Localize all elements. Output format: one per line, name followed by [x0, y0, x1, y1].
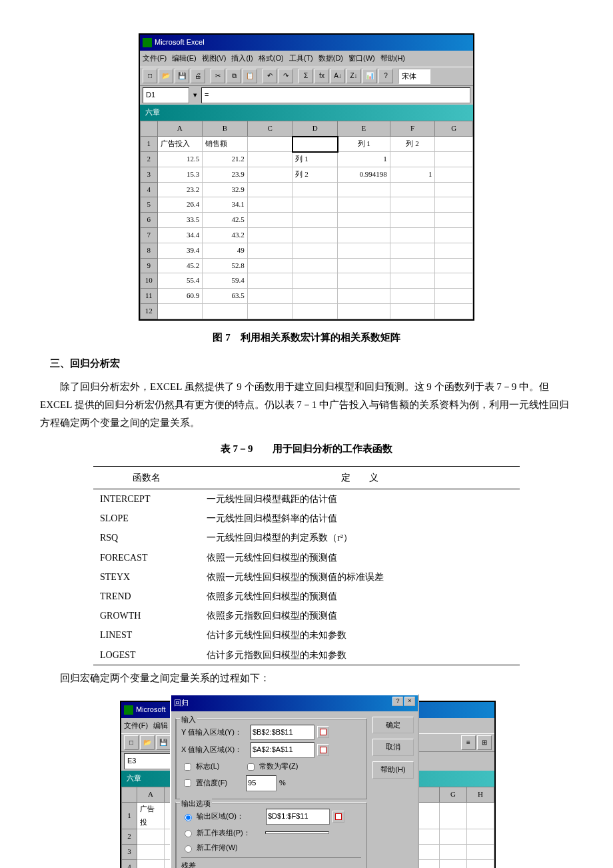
menu-edit[interactable]: 编辑(E): [172, 52, 197, 65]
new-book-radio[interactable]: [185, 845, 192, 853]
menubar[interactable]: 文件(F) 编辑(E) 视图(V) 插入(I) 格式(O) 工具(T) 数据(D…: [140, 51, 473, 67]
cell[interactable]: 23.9: [203, 167, 248, 182]
paste-icon[interactable]: 📋: [243, 69, 257, 83]
spreadsheet-1[interactable]: A B C D E F G 1 广告投入 销售额 列 1 列 2 2 12.5 …: [140, 121, 473, 319]
cell[interactable]: 0.994198: [338, 167, 390, 182]
cell[interactable]: 销售额: [203, 137, 248, 152]
save-icon[interactable]: 💾: [156, 735, 171, 750]
ok-button[interactable]: 确定: [372, 717, 414, 734]
cell[interactable]: 15.3: [157, 167, 203, 182]
font-select[interactable]: 宋体: [398, 69, 430, 85]
sort-desc-icon[interactable]: Z↓: [346, 69, 361, 83]
merge-icon[interactable]: ⊞: [477, 735, 492, 750]
cut-icon[interactable]: ✂: [211, 69, 225, 83]
formula-bar[interactable]: =: [201, 87, 470, 103]
cell[interactable]: 广告投: [137, 802, 165, 829]
save-icon[interactable]: 💾: [175, 69, 189, 83]
cancel-button[interactable]: 取消: [372, 739, 414, 756]
row-5[interactable]: 526.434.1: [141, 197, 473, 213]
help-button[interactable]: 帮助(H): [372, 761, 414, 779]
col-B[interactable]: B: [203, 121, 248, 136]
menu-file[interactable]: 文件(F): [124, 719, 148, 733]
cell[interactable]: 39.4: [157, 243, 203, 258]
help-icon[interactable]: ?: [378, 69, 393, 83]
row-10[interactable]: 1055.459.4: [141, 273, 473, 289]
col-F[interactable]: F: [390, 121, 435, 136]
cell[interactable]: 42.5: [203, 213, 248, 228]
cell[interactable]: 列 2: [293, 167, 338, 182]
row-3[interactable]: 3 15.3 23.9 列 2 0.994198 1: [141, 167, 473, 182]
col-A[interactable]: A: [157, 121, 203, 136]
cell[interactable]: 26.4: [157, 197, 203, 213]
confidence-input[interactable]: 95: [246, 775, 277, 791]
cell[interactable]: 63.5: [203, 289, 248, 304]
row-8[interactable]: 839.449: [141, 243, 473, 258]
menu-edit[interactable]: 编辑: [153, 719, 168, 733]
output-range-radio[interactable]: [185, 814, 192, 821]
cell[interactable]: 1: [338, 152, 390, 167]
print-icon[interactable]: 🖨: [191, 69, 205, 83]
sort-asc-icon[interactable]: A↓: [330, 69, 345, 83]
menu-view[interactable]: 视图(V): [202, 52, 227, 65]
cell[interactable]: 列 1: [293, 152, 338, 167]
cell[interactable]: 23.2: [157, 182, 203, 197]
cell[interactable]: 34.1: [203, 197, 248, 213]
autosum-icon[interactable]: Σ: [299, 69, 313, 83]
copy-icon[interactable]: ⧉: [227, 69, 241, 83]
cell[interactable]: 45.2: [157, 258, 203, 273]
col-E[interactable]: E: [338, 121, 390, 136]
new-sheet-radio[interactable]: [185, 830, 192, 837]
select-all-cell[interactable]: [141, 121, 158, 136]
col-D[interactable]: D: [293, 121, 338, 136]
fx-icon[interactable]: fx: [314, 69, 329, 83]
confidence-checkbox[interactable]: [184, 779, 191, 787]
new-icon[interactable]: □: [124, 735, 139, 750]
refedit-icon[interactable]: [332, 811, 344, 823]
row-6[interactable]: 633.542.5: [141, 213, 473, 228]
col-G[interactable]: G: [435, 121, 473, 136]
cell[interactable]: 52.8: [203, 258, 248, 273]
labels-checkbox[interactable]: [184, 763, 191, 771]
const-zero-checkbox[interactable]: [247, 763, 255, 771]
output-range-input[interactable]: $D$1:$F$11: [266, 809, 330, 825]
menu-format[interactable]: 格式(O): [259, 52, 284, 65]
refedit-icon[interactable]: [317, 744, 329, 756]
cell[interactable]: 33.5: [157, 213, 203, 228]
menu-file[interactable]: 文件(F): [143, 52, 167, 65]
row-7[interactable]: 734.443.2: [141, 228, 473, 243]
name-box[interactable]: D1: [143, 87, 189, 103]
new-icon[interactable]: □: [143, 69, 157, 83]
menu-window[interactable]: 窗口(W): [348, 52, 375, 65]
x-range-input[interactable]: $A$2:$A$11: [251, 742, 314, 758]
cell[interactable]: 43.2: [203, 228, 248, 243]
cell[interactable]: 32.9: [203, 182, 248, 197]
cell[interactable]: 49: [203, 243, 248, 258]
cell[interactable]: 34.4: [157, 228, 203, 243]
row-4[interactable]: 423.232.9: [141, 182, 473, 197]
open-icon[interactable]: 📂: [159, 69, 173, 83]
cell[interactable]: 12.5: [157, 152, 203, 167]
menu-data[interactable]: 数据(D): [318, 52, 343, 65]
menu-tools[interactable]: 工具(T): [289, 52, 313, 65]
chart-icon[interactable]: 📊: [362, 69, 377, 83]
cell[interactable]: 列 1: [338, 137, 390, 152]
open-icon[interactable]: 📂: [140, 735, 155, 750]
name-box-2[interactable]: E3: [124, 753, 171, 769]
dialog-help-icon[interactable]: ?: [392, 697, 403, 706]
menu-insert[interactable]: 插入(I): [231, 52, 253, 65]
row-9[interactable]: 945.252.8: [141, 258, 473, 273]
menu-help[interactable]: 帮助(H): [380, 52, 405, 65]
cell[interactable]: 60.9: [157, 289, 203, 304]
refedit-icon[interactable]: [317, 726, 329, 738]
row-2[interactable]: 2 12.5 21.2 列 1 1: [141, 152, 473, 167]
cell[interactable]: 1: [390, 167, 435, 182]
cell[interactable]: 55.4: [157, 273, 203, 289]
undo-icon[interactable]: ↶: [263, 69, 277, 83]
cell[interactable]: 广告投入: [157, 137, 203, 152]
cell[interactable]: 21.2: [203, 152, 248, 167]
new-sheet-input[interactable]: [265, 831, 329, 834]
cell[interactable]: 列 2: [390, 137, 435, 152]
cell[interactable]: 59.4: [203, 273, 248, 289]
row-12[interactable]: 12: [141, 304, 473, 319]
dropdown-icon[interactable]: ▾: [193, 89, 197, 102]
